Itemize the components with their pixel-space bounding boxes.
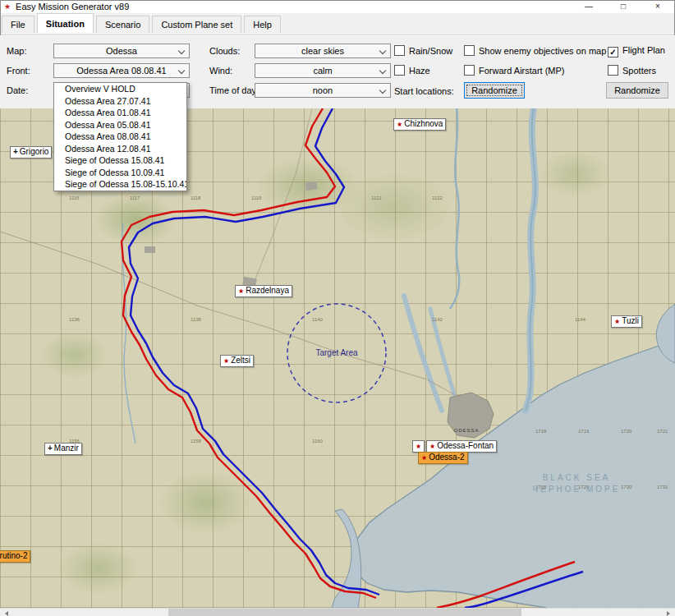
- date-label: Date:: [7, 83, 28, 98]
- grid-number: 1144: [575, 317, 585, 322]
- marker-label: arutino-2: [0, 551, 27, 560]
- checkbox-label: Flight Plan: [622, 45, 665, 55]
- start-locations-label: Start locations:: [394, 84, 454, 99]
- time-of-day-combobox[interactable]: noon: [255, 83, 391, 98]
- checkbox-label: Spotters: [622, 66, 656, 76]
- grid-number: 1121: [371, 195, 382, 200]
- dropdown-item[interactable]: Overview V HOLD: [54, 83, 186, 95]
- tab-scenario[interactable]: Scenario: [96, 16, 149, 33]
- marker-label: Razdelnaya: [246, 286, 289, 295]
- front-label: Front:: [7, 63, 30, 78]
- marker-odessa-fontan[interactable]: ★Odessa-Fontan: [426, 440, 497, 453]
- marker-label: Odessa-Fontan: [437, 441, 494, 450]
- grid-number: 1718: [535, 429, 546, 434]
- time-of-day-label: Time of day:: [209, 83, 259, 98]
- marker-razdelnaya[interactable]: ★Razdelnaya: [235, 285, 292, 297]
- clouds-combobox[interactable]: clear skies: [255, 44, 391, 58]
- town-area: [305, 182, 318, 191]
- grid-number: 1721: [657, 429, 668, 434]
- randomize-start-locations-button[interactable]: Randomize: [464, 82, 525, 99]
- dropdown-item[interactable]: Odessa Area 27.07.41: [54, 95, 186, 108]
- chevron-down-icon: [379, 48, 386, 54]
- odessa-city-label: ODESSA: [453, 428, 479, 433]
- checkbox-show-enemy-objectives[interactable]: Show enemy objectives on map: [464, 45, 606, 57]
- checkbox-flight-plan[interactable]: ✓Flight Plan: [608, 45, 665, 57]
- checkbox-box: [608, 65, 618, 76]
- tab-custom-plane-set[interactable]: Custom Plane set: [152, 16, 241, 33]
- grid-number: 1720: [621, 429, 631, 434]
- dropdown-item[interactable]: Siege of Odessa 15.08.41: [54, 154, 186, 167]
- tab-file[interactable]: File: [2, 16, 34, 33]
- star-icon: ★: [421, 454, 427, 462]
- front-combobox-value: Odessa Area 08.08.41: [76, 66, 166, 76]
- tab-strip: File Situation Scenario Custom Plane set…: [0, 13, 675, 35]
- grid-number: 1160: [312, 439, 323, 444]
- randomize-button[interactable]: Randomize: [606, 82, 668, 99]
- marker-label: Zeltsi: [231, 356, 250, 365]
- checkbox-spotters[interactable]: Spotters: [608, 65, 656, 76]
- map-combobox[interactable]: Odessa: [53, 44, 190, 58]
- checkbox-box: [394, 45, 405, 56]
- grid-number: 1158: [191, 439, 201, 444]
- grid-number: 1730: [621, 485, 631, 490]
- checkbox-haze[interactable]: Haze: [394, 65, 430, 76]
- grid-number: 1116: [69, 195, 79, 200]
- chevron-down-icon: [178, 48, 185, 54]
- checkbox-label: Forward Airstart (MP): [479, 66, 565, 76]
- grid-number: 1117: [130, 195, 140, 200]
- tab-situation[interactable]: Situation: [37, 13, 94, 33]
- scrollbar-thumb[interactable]: [168, 609, 521, 616]
- dropdown-item[interactable]: Siege of Odessa 15.08-15.10.41: [54, 178, 186, 191]
- checkbox-label: Haze: [409, 66, 430, 76]
- tab-help[interactable]: Help: [244, 16, 281, 33]
- right-triangle-icon: [667, 611, 670, 616]
- marker-grigorio[interactable]: +Grigorio: [10, 146, 52, 159]
- checkbox-box: [394, 65, 405, 76]
- airfield-cross-icon: +: [13, 147, 18, 156]
- time-of-day-combobox-value: noon: [313, 85, 333, 95]
- dropdown-item[interactable]: Odessa Area 12.08.41: [54, 143, 186, 155]
- road: [0, 232, 460, 398]
- marker-arutino-2[interactable]: arutino-2: [0, 550, 30, 563]
- black-sea-area: [352, 340, 675, 608]
- horizontal-scrollbar[interactable]: [0, 608, 675, 616]
- maximize-button[interactable]: □: [606, 0, 641, 13]
- estuary-khadzhibey: [404, 296, 442, 411]
- front-combobox[interactable]: Odessa Area 08.08.41: [53, 63, 190, 78]
- checkbox-forward-airstart[interactable]: Forward Airstart (MP): [464, 65, 565, 76]
- checkbox-label: Rain/Snow: [409, 46, 452, 56]
- airfield-cross-icon: +: [48, 444, 53, 453]
- river-north: [450, 108, 459, 309]
- chevron-down-icon: [178, 67, 185, 74]
- star-icon: ★: [223, 357, 229, 365]
- target-area-label: Target Area: [315, 348, 357, 357]
- grid-number: 1119: [251, 195, 261, 200]
- wind-label: Wind:: [209, 63, 232, 78]
- wind-combobox[interactable]: calm: [255, 63, 391, 78]
- star-icon: ★: [397, 121, 402, 128]
- dropdown-item[interactable]: Odessa Area 05.08.41: [54, 119, 186, 131]
- minimize-button[interactable]: —: [572, 0, 606, 13]
- grid-number: 1138: [191, 317, 201, 322]
- star-icon: ★: [416, 443, 421, 450]
- close-button[interactable]: ×: [641, 0, 675, 13]
- checkbox-box: [464, 65, 475, 76]
- scroll-left-arrow[interactable]: [0, 609, 14, 616]
- app-window: ★ Easy Mission Generator v89 — □ × File …: [0, 0, 675, 616]
- grid-number: 1140: [312, 317, 323, 322]
- dropdown-item[interactable]: Odessa Area 01.08.41: [54, 107, 186, 119]
- marker-label: Tuzli: [622, 316, 639, 325]
- dropdown-item[interactable]: Odessa Area 08.08.41: [54, 131, 186, 143]
- marker-odessa-2[interactable]: ★Odessa-2: [418, 452, 468, 464]
- checkbox-rain-snow[interactable]: Rain/Snow: [394, 45, 452, 57]
- marker-tuzli[interactable]: ★Tuzli: [611, 315, 642, 328]
- marker-zeltsi[interactable]: ★Zeltsi: [220, 355, 254, 367]
- marker-manzir[interactable]: +Manzir: [44, 443, 82, 455]
- marker-label: Odessa-2: [429, 453, 464, 462]
- dropdown-item[interactable]: Siege of Odessa 10.09.41: [54, 167, 186, 179]
- clouds-label: Clouds:: [209, 44, 240, 58]
- marker-chizhnova[interactable]: ★Chizhnova: [393, 118, 446, 131]
- scroll-right-arrow[interactable]: [661, 609, 675, 616]
- chevron-down-icon: [379, 67, 386, 74]
- marker-odessa-fontan-flag[interactable]: ★: [412, 440, 425, 453]
